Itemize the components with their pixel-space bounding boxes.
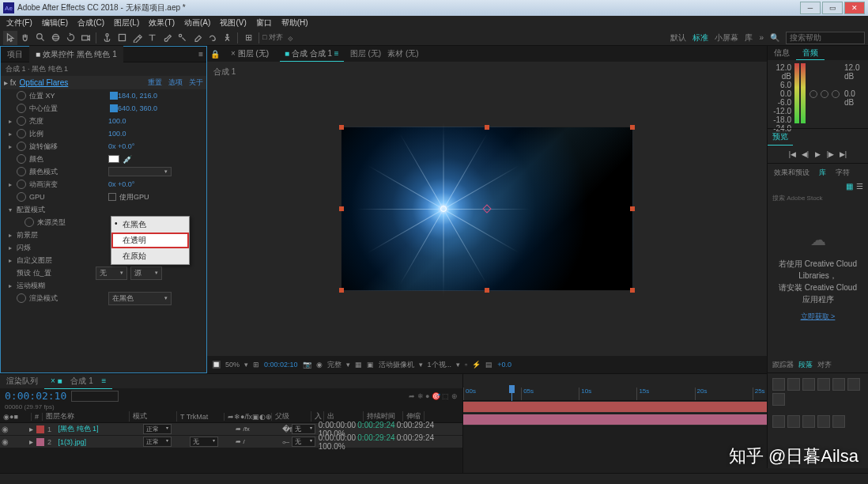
menu-help[interactable]: 帮助(H) [277, 16, 313, 30]
view-grid-icon[interactable]: ▦ [846, 182, 853, 191]
level-knob[interactable] [810, 90, 817, 98]
search-help-input[interactable] [786, 32, 865, 44]
clone-tool-icon[interactable] [175, 31, 189, 45]
effect-reset[interactable]: 重置 [148, 78, 162, 88]
magnify-icon[interactable]: 🔲 [212, 361, 221, 369]
gpu-checkbox[interactable] [108, 193, 116, 201]
tab-info[interactable]: 信息 [768, 46, 796, 60]
keyframe-icon[interactable] [110, 92, 118, 100]
cc-get-link[interactable]: 立即获取 > [774, 312, 862, 323]
prop-scale-val[interactable]: 100.0 [108, 130, 126, 138]
preset-b-dropdown[interactable]: 源 [130, 267, 162, 280]
snap-icon[interactable]: ⟐ [284, 31, 298, 45]
search-layers-input[interactable] [71, 391, 119, 402]
popup-option-transparent[interactable]: 在透明 [111, 233, 189, 248]
handle-tl[interactable] [339, 125, 344, 130]
col-mode[interactable]: 模式 [130, 411, 177, 422]
tab-audio[interactable]: 音频 [796, 46, 825, 60]
menu-effect[interactable]: 效果(T) [144, 16, 179, 30]
menu-view[interactable]: 视图(V) [215, 16, 251, 30]
3d-icon[interactable]: ▤ [485, 361, 492, 369]
stopwatch-icon[interactable] [17, 91, 26, 100]
spacing-icon[interactable] [787, 415, 800, 428]
handle-tr[interactable] [630, 125, 635, 130]
popup-option-original[interactable]: 在原始 [111, 248, 189, 264]
roto-tool-icon[interactable] [205, 31, 219, 45]
mask-icon[interactable]: ▣ [367, 361, 374, 369]
mode-dropdown[interactable]: 正常 [143, 437, 172, 447]
stopwatch-icon[interactable] [17, 293, 26, 303]
prop-brightness-val[interactable]: 100.0 [108, 117, 126, 125]
tab-comp1[interactable]: × ■ 合成 1 ≡ [44, 374, 112, 389]
eraser-tool-icon[interactable] [190, 31, 204, 45]
trkmat-dropdown[interactable]: 无 [190, 437, 218, 447]
tab-footage[interactable]: 素材 (无) [387, 48, 418, 59]
prop-rot-val[interactable]: 0x +0.0° [108, 142, 134, 150]
stopwatch-icon[interactable] [25, 217, 34, 227]
tab-char[interactable]: 字符 [832, 167, 853, 179]
level-knob[interactable] [832, 90, 840, 98]
lock-icon[interactable]: 🔒 [210, 50, 220, 59]
tab-flow[interactable]: 图层 (无) [350, 48, 381, 59]
prop-anim-val[interactable]: 0x +0.0° [108, 180, 134, 188]
minimize-button[interactable]: ─ [800, 2, 821, 14]
mode-dropdown[interactable]: 正常 [143, 424, 172, 434]
hand-tool-icon[interactable] [18, 31, 32, 45]
resolution-dropdown[interactable]: 完整 [327, 360, 342, 370]
popup-option-black[interactable]: 在黑色 [111, 217, 189, 233]
tab-layer[interactable]: × 图层 (无) [226, 47, 274, 61]
grid-icon[interactable]: ▦ [355, 361, 362, 369]
pen-tool-icon[interactable] [130, 31, 144, 45]
anchor-point-icon[interactable] [440, 206, 447, 212]
spacing-icon[interactable] [832, 415, 845, 428]
local-axis-icon[interactable]: ⊞ [241, 31, 255, 45]
workspace-more[interactable]: » [759, 33, 764, 42]
tab-composition[interactable]: ■ 合成 合成 1 ≡ [280, 47, 344, 62]
stopwatch-icon[interactable] [17, 154, 26, 164]
align-icon[interactable] [802, 378, 815, 391]
preview-canvas[interactable] [341, 127, 633, 291]
effect-about[interactable]: 关于 [189, 78, 203, 88]
effect-options[interactable]: 选项 [168, 78, 183, 88]
tab-effects-presets[interactable]: 效果和预设 [771, 167, 813, 179]
stopwatch-icon[interactable] [17, 116, 26, 126]
fast-icon[interactable]: ⚡ [472, 361, 481, 369]
panel-menu-icon[interactable]: ≡ [198, 50, 206, 59]
visibility-icon[interactable]: ◉ [0, 425, 11, 433]
handle-bl[interactable] [339, 288, 344, 293]
stopwatch-icon[interactable] [17, 129, 26, 138]
col-parent[interactable]: 父级 [272, 411, 311, 422]
stopwatch-icon[interactable] [17, 142, 26, 151]
layer-row[interactable]: ◉ ▸ 2 [1(3).jpg] 正常 无 ➦ / ⟜无 0:00:00:00 … [0, 436, 462, 448]
handle-t[interactable] [485, 125, 489, 130]
workspace-review[interactable]: 标准 [693, 32, 708, 43]
puppet-tool-icon[interactable] [220, 31, 234, 45]
effect-header[interactable]: ▸ fx Optical Flares 重置 选项 关于 [1, 76, 206, 89]
level-knob[interactable] [821, 90, 828, 98]
camera-dropdown[interactable]: 活动摄像机 [379, 360, 414, 370]
menu-layer[interactable]: 图层(L) [109, 16, 144, 30]
menu-file[interactable]: 文件(F) [2, 16, 37, 30]
align-icon[interactable] [772, 378, 785, 391]
menu-edit[interactable]: 编辑(E) [37, 16, 73, 30]
parent-dropdown[interactable]: 无 [292, 437, 315, 447]
align-icon[interactable] [817, 378, 830, 391]
orbit-tool-icon[interactable] [48, 31, 62, 45]
stopwatch-icon[interactable] [17, 180, 26, 189]
prop-position-val[interactable]: 184.0, 216.0 [118, 92, 157, 100]
tab-project[interactable]: 项目 [1, 46, 29, 63]
spacing-icon[interactable] [817, 415, 830, 428]
tab-effect-controls[interactable]: ■ 效果控件 黑色 纯色 1 [29, 46, 123, 63]
stopwatch-icon[interactable] [17, 167, 26, 176]
maximize-button[interactable]: ▭ [822, 2, 843, 14]
center-cross-icon[interactable] [482, 204, 491, 213]
exposure-value[interactable]: +0.0 [497, 361, 511, 369]
menu-window[interactable]: 窗口 [251, 16, 277, 30]
align-icon[interactable] [847, 378, 860, 391]
menu-animation[interactable]: 动画(A) [179, 16, 215, 30]
rendermode-dropdown[interactable]: 在黑色 [108, 292, 172, 305]
next-frame-icon[interactable]: |▶ [825, 149, 836, 160]
snapshot-icon[interactable]: 📷 [303, 361, 311, 369]
handle-br[interactable] [630, 288, 635, 293]
play-icon[interactable]: ▶ [813, 149, 824, 160]
